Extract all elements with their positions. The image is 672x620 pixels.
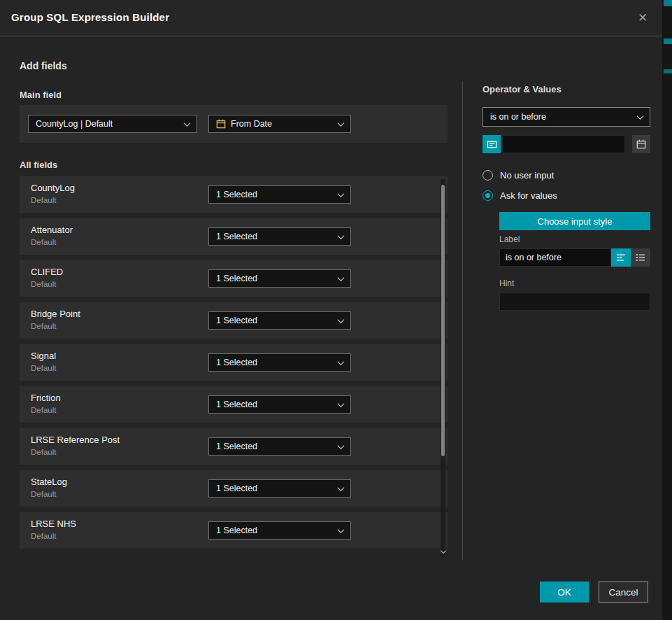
radio-ask-for-values[interactable]: Ask for values [482, 190, 557, 201]
field-name: CLIFED [31, 267, 63, 277]
field-name: Friction [31, 393, 61, 403]
field-name: CountyLog [31, 183, 75, 193]
list-input-style-button[interactable] [631, 248, 650, 267]
all-fields-list: CountyLog Default 1 Selected Attenuator … [20, 176, 448, 549]
field-selected-dropdown[interactable]: 1 Selected [208, 269, 351, 288]
field-selected-dropdown[interactable]: 1 Selected [208, 521, 351, 540]
chevron-down-icon [338, 484, 345, 491]
operator-dropdown[interactable]: is on or before [482, 107, 650, 127]
main-field-label: Main field [20, 90, 62, 100]
bullet-list-icon [636, 253, 645, 262]
calendar-icon [636, 139, 646, 149]
main-field-panel: CountyLog | Default From Date [20, 105, 448, 143]
field-selected-value: 1 Selected [216, 526, 257, 535]
field-type: Default [31, 196, 56, 204]
field-selected-dropdown[interactable]: 1 Selected [208, 353, 351, 372]
chevron-down-icon [637, 113, 644, 120]
align-lines-icon [616, 253, 626, 262]
field-selected-dropdown[interactable]: 1 Selected [208, 437, 351, 456]
chevron-down-icon [338, 442, 345, 449]
field-row: StateLog Default 1 Selected [20, 470, 448, 507]
scrollbar-thumb[interactable] [441, 185, 445, 456]
field-selected-dropdown[interactable]: 1 Selected [208, 479, 351, 498]
chevron-down-icon [338, 274, 345, 281]
dialog-titlebar: Group SQL Expression Builder ✕ [0, 0, 662, 36]
field-selected-dropdown[interactable]: 1 Selected [208, 395, 351, 414]
radio-no-user-input[interactable]: No user input [482, 170, 554, 181]
field-row: LRSE NHS Default 1 Selected [20, 512, 448, 549]
field-selected-value: 1 Selected [216, 400, 257, 409]
chevron-down-icon [184, 120, 191, 127]
field-selected-dropdown[interactable]: 1 Selected [208, 311, 351, 330]
field-row: LRSE Reference Post Default 1 Selected [20, 428, 448, 465]
field-selected-value: 1 Selected [216, 358, 257, 367]
add-fields-heading: Add fields [20, 60, 67, 71]
field-selected-value: 1 Selected [216, 484, 257, 493]
radio-no-user-input-label: No user input [500, 170, 554, 181]
ok-button[interactable]: OK [540, 582, 589, 603]
field-type: Default [31, 490, 56, 498]
close-icon[interactable]: ✕ [634, 10, 651, 27]
single-line-input-style-button[interactable] [611, 248, 631, 267]
label-caption: Label [499, 234, 520, 244]
main-field-source-dropdown[interactable]: CountyLog | Default [28, 115, 197, 133]
field-selected-value: 1 Selected [216, 442, 257, 451]
main-field-source-value: CountyLog | Default [36, 119, 113, 129]
dialog-title: Group SQL Expression Builder [11, 11, 169, 23]
chevron-down-icon [338, 358, 345, 365]
radio-unselected-icon [482, 170, 493, 181]
field-row: CLIFED Default 1 Selected [20, 260, 448, 297]
field-name: Bridge Point [31, 309, 80, 319]
calendar-icon [216, 119, 226, 129]
field-type: Default [31, 364, 56, 372]
background-accent-fragment [664, 38, 672, 44]
chevron-down-icon [338, 400, 345, 407]
field-row: Friction Default 1 Selected [20, 386, 448, 423]
hint-input[interactable] [499, 293, 650, 311]
hint-caption: Hint [499, 279, 514, 288]
field-type: Default [31, 322, 56, 330]
all-fields-label: All fields [20, 160, 57, 170]
field-type: Default [31, 406, 56, 414]
field-type: Default [31, 280, 56, 288]
chevron-down-icon [338, 190, 345, 197]
list-scrollbar[interactable] [441, 179, 445, 557]
operator-value: is on or before [490, 112, 546, 122]
field-selected-value: 1 Selected [216, 274, 257, 283]
background-accent-fragment [664, 0, 672, 6]
background-accent-fragment [664, 69, 672, 73]
field-type: Default [31, 532, 56, 540]
field-selected-value: 1 Selected [216, 232, 257, 241]
radio-ask-for-values-label: Ask for values [500, 190, 557, 201]
scrollbar-down-arrow-icon[interactable] [441, 549, 445, 554]
label-input-row [499, 248, 650, 267]
value-input[interactable] [502, 135, 625, 153]
cancel-button[interactable]: Cancel [599, 582, 648, 603]
choose-input-style-button[interactable]: Choose input style [499, 212, 650, 230]
field-selected-dropdown[interactable]: 1 Selected [208, 185, 351, 204]
field-selected-value: 1 Selected [216, 190, 257, 199]
field-selected-value: 1 Selected [216, 316, 257, 325]
chevron-down-icon [338, 120, 345, 127]
chevron-down-icon [338, 526, 345, 533]
group-sql-expression-builder-dialog: Group SQL Expression Builder ✕ Add field… [0, 0, 672, 620]
field-row: Attenuator Default 1 Selected [20, 218, 448, 255]
field-row: Bridge Point Default 1 Selected [20, 302, 448, 339]
label-input[interactable] [499, 248, 611, 267]
operator-values-heading: Operator & Values [482, 84, 562, 94]
chevron-down-icon [338, 232, 345, 239]
field-name: StateLog [31, 477, 67, 487]
value-calendar-button[interactable] [632, 135, 650, 153]
field-name: LRSE NHS [31, 519, 76, 529]
field-selected-dropdown[interactable]: 1 Selected [208, 227, 351, 246]
field-name: Attenuator [31, 225, 73, 235]
field-row: CountyLog Default 1 Selected [20, 176, 448, 213]
main-field-date-dropdown[interactable]: From Date [208, 115, 351, 133]
input-source-toggle-button[interactable] [482, 135, 501, 153]
form-input-icon [487, 139, 497, 150]
column-divider [462, 81, 463, 560]
main-field-date-value: From Date [231, 119, 272, 129]
field-type: Default [31, 238, 56, 246]
field-name: LRSE Reference Post [31, 435, 120, 445]
field-row: Signal Default 1 Selected [20, 344, 448, 381]
